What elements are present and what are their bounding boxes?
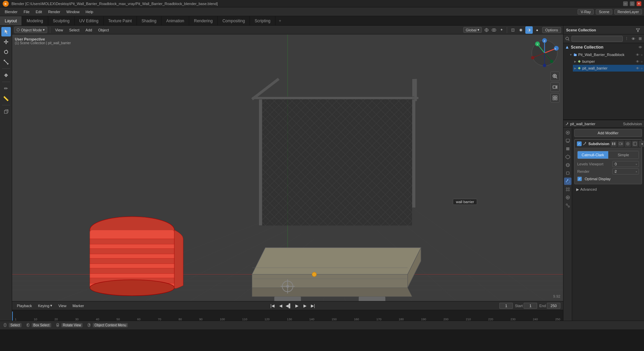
levels-viewport-value[interactable]: ◂ 0 ▸ — [612, 161, 639, 167]
menu-window[interactable]: Window — [64, 9, 82, 15]
optimal-display-checkbox[interactable]: ✓ — [577, 177, 582, 181]
scene-selector[interactable]: Scene — [596, 9, 612, 15]
tool-measure[interactable]: 📏 — [1, 94, 11, 103]
jump-start-button[interactable]: |◀ — [269, 302, 276, 309]
tab-animation[interactable]: Animation — [162, 16, 189, 25]
end-frame-input[interactable] — [547, 303, 560, 309]
global-local-dropdown[interactable]: Global ▾ — [463, 27, 482, 33]
props-object-icon[interactable] — [564, 169, 572, 177]
tool-cursor[interactable] — [1, 27, 11, 36]
tab-add[interactable]: + — [275, 17, 285, 25]
rendered-shading[interactable]: ● — [533, 26, 541, 34]
tab-modeling[interactable]: Modeling — [22, 16, 48, 25]
tab-uv-editing[interactable]: UV Editing — [75, 16, 104, 25]
outliner-eye-icon[interactable]: 👁 — [631, 35, 636, 42]
outliner-item-pit-wall-barrier[interactable]: ▶ pit_wall_barrier 👁 ○ — [573, 65, 644, 72]
overlay-toggle[interactable] — [491, 27, 497, 33]
props-physics-icon[interactable] — [564, 194, 572, 201]
tool-rotate[interactable] — [1, 47, 11, 57]
outliner-filter-icon[interactable] — [635, 27, 641, 33]
props-object-constraint-icon[interactable] — [564, 202, 572, 209]
view-menu[interactable]: View — [53, 27, 65, 33]
close-button[interactable]: ✕ — [637, 1, 641, 6]
add-modifier-button[interactable]: Add Modifier — [574, 129, 642, 137]
material-shading[interactable]: ◑ — [525, 26, 533, 34]
playback-menu[interactable]: Playback — [15, 303, 34, 308]
play-button[interactable]: ▶ — [293, 302, 300, 309]
outliner-funnel-icon[interactable]: ⊞ — [637, 35, 643, 42]
tool-add-cube[interactable] — [1, 107, 11, 116]
tab-texture-paint[interactable]: Texture Paint — [104, 16, 137, 25]
3d-viewport[interactable]: User Perspective (1) Scene Collection | … — [12, 34, 563, 301]
viewport-options-button[interactable]: Options — [542, 27, 561, 33]
props-render-icon[interactable] — [564, 129, 572, 136]
props-view-layer-icon[interactable] — [564, 145, 572, 153]
current-frame-input[interactable] — [499, 303, 513, 309]
xray-toggle[interactable]: ✦ — [498, 27, 505, 33]
tab-scripting[interactable]: Scripting — [250, 16, 275, 25]
simple-tab[interactable]: Simple — [608, 151, 639, 159]
tab-shading[interactable]: Shading — [137, 16, 162, 25]
modifier-dropdown-btn[interactable]: ▾ — [639, 141, 644, 147]
scene-collection-eye[interactable]: 👁 — [639, 46, 642, 49]
start-frame-input[interactable] — [524, 303, 537, 309]
outliner-search-input[interactable] — [572, 36, 623, 42]
play-reverse-button[interactable]: ◀▌ — [285, 302, 292, 309]
tool-transform[interactable] — [1, 71, 11, 80]
props-world-icon[interactable] — [564, 161, 572, 169]
render-value[interactable]: ◂ 2 ▸ — [612, 168, 639, 174]
nav-gizmo[interactable]: X Y Z — [529, 38, 560, 68]
tab-layout[interactable]: Layout — [0, 16, 22, 25]
maximize-button[interactable]: □ — [630, 1, 635, 6]
props-output-icon[interactable] — [564, 137, 572, 144]
add-menu[interactable]: Add — [84, 27, 94, 33]
menu-help[interactable]: Help — [83, 9, 96, 15]
pit-wall-eye[interactable]: 👁 — [636, 66, 639, 70]
grid-view-icon[interactable] — [550, 93, 560, 103]
step-back-button[interactable]: ◀ — [277, 302, 284, 309]
bumper-viewport[interactable]: ○ — [641, 60, 643, 63]
modifier-edit-btn[interactable] — [632, 141, 638, 147]
wireframe-shading[interactable]: ◫ — [509, 26, 517, 34]
outliner-options-icon[interactable]: ⋮ — [624, 35, 630, 42]
jump-end-button[interactable]: ▶| — [310, 302, 316, 309]
step-forward-button[interactable]: ▶ — [301, 302, 308, 309]
menu-edit[interactable]: Edit — [33, 9, 45, 15]
modifier-vis-toggle[interactable]: ✓ — [577, 141, 582, 146]
select-menu[interactable]: Select — [67, 27, 82, 33]
gizmo-toggle[interactable] — [483, 27, 490, 33]
tool-scale[interactable] — [1, 57, 11, 67]
collection-viewport[interactable]: ○ — [641, 53, 643, 57]
menu-file[interactable]: File — [21, 9, 32, 15]
props-particles-icon[interactable] — [564, 186, 572, 193]
solid-shading[interactable]: ◉ — [517, 26, 525, 34]
camera-icon[interactable] — [550, 82, 560, 92]
object-menu[interactable]: Object — [96, 27, 111, 33]
tab-compositing[interactable]: Compositing — [218, 16, 250, 25]
outliner-item-pit-wall-collection[interactable]: ▼ Pit_Wall_Barrier_Roadblock 👁 ○ — [568, 51, 644, 58]
tool-move[interactable] — [1, 37, 11, 47]
tab-rendering[interactable]: Rendering — [189, 16, 217, 25]
render-layer-selector[interactable]: RenderLayer — [614, 9, 642, 15]
pit-wall-viewport[interactable]: ○ — [641, 66, 643, 70]
bumper-eye[interactable]: 👁 — [636, 60, 639, 63]
collection-eye[interactable]: 👁 — [636, 53, 639, 57]
modifier-render-btn[interactable] — [625, 141, 631, 147]
catmull-clark-tab[interactable]: Catmull-Clark — [578, 151, 608, 159]
keying-menu[interactable]: Keying ▾ — [36, 303, 55, 308]
modifier-camera-btn[interactable] — [618, 141, 624, 147]
outliner-item-bumper[interactable]: ▶ bumper 👁 ○ — [573, 58, 644, 65]
zoom-in-icon[interactable] — [550, 72, 560, 81]
minimize-button[interactable]: ─ — [623, 1, 628, 6]
marker-menu[interactable]: Marker — [70, 303, 86, 308]
timeline-view-menu[interactable]: View — [56, 303, 68, 308]
props-scene-icon[interactable] — [564, 153, 572, 161]
engine-selector[interactable]: V-Ray — [578, 9, 594, 15]
tool-annotate[interactable]: ✏ — [1, 84, 11, 93]
object-mode-selector[interactable]: ⬡ Object Mode ▾ — [14, 27, 47, 33]
menu-render[interactable]: Render — [46, 9, 63, 15]
menu-blender[interactable]: Blender — [2, 9, 20, 15]
props-modifier-icon[interactable] — [564, 178, 572, 185]
tab-sculpting[interactable]: Sculpting — [48, 16, 75, 25]
modifier-realtime-btn[interactable] — [611, 141, 617, 147]
